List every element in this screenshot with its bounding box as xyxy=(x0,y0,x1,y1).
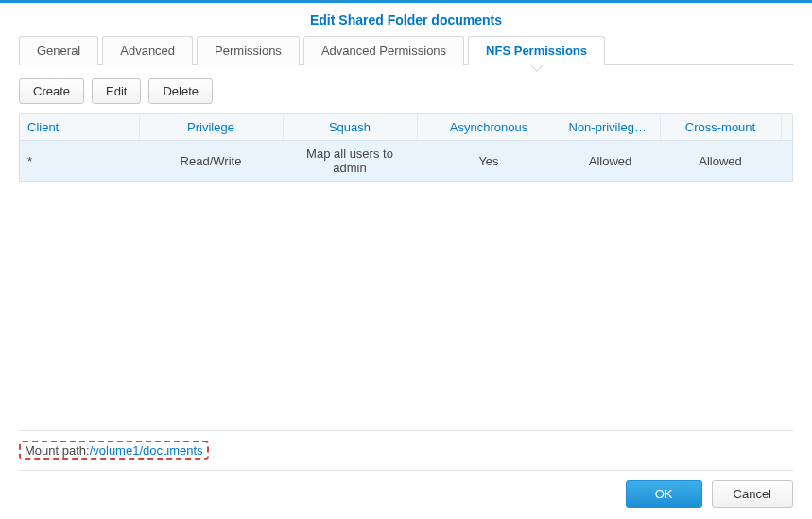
edit-button[interactable]: Edit xyxy=(92,78,141,104)
header-spacer xyxy=(781,114,792,141)
cell-privilege: Read/Write xyxy=(139,141,283,182)
toolbar: Create Edit Delete xyxy=(19,65,793,113)
mount-path-row: Mount path:/volume1/documents xyxy=(19,430,793,460)
tab-bar: General Advanced Permissions Advanced Pe… xyxy=(19,35,793,65)
table-row[interactable]: * Read/Write Map all users to admin Yes … xyxy=(20,141,792,182)
header-squash[interactable]: Squash xyxy=(283,114,417,141)
header-non-privileged[interactable]: Non-privileged … xyxy=(561,114,660,141)
mount-path-highlight: Mount path:/volume1/documents xyxy=(19,441,209,460)
mount-path-label: Mount path: xyxy=(25,443,90,458)
header-client[interactable]: Client xyxy=(20,114,139,141)
table-header-row: Client Privilege Squash Asynchronous Non… xyxy=(20,114,792,141)
tab-advanced[interactable]: Advanced xyxy=(102,36,193,65)
delete-button[interactable]: Delete xyxy=(148,78,213,104)
cell-squash: Map all users to admin xyxy=(283,141,417,182)
header-asynchronous[interactable]: Asynchronous xyxy=(417,114,561,141)
tab-nfs-permissions[interactable]: NFS Permissions xyxy=(468,36,605,65)
cell-non-privileged: Allowed xyxy=(561,141,660,182)
mount-path-value: /volume1/documents xyxy=(90,443,203,458)
header-privilege[interactable]: Privilege xyxy=(139,114,283,141)
dialog-title: Edit Shared Folder documents xyxy=(0,3,812,35)
tab-advanced-permissions[interactable]: Advanced Permissions xyxy=(303,36,464,65)
dialog-footer: OK Cancel xyxy=(19,470,793,508)
cell-spacer xyxy=(781,141,792,182)
cell-client: * xyxy=(20,141,139,182)
cell-asynchronous: Yes xyxy=(417,141,561,182)
tab-general[interactable]: General xyxy=(19,36,98,65)
create-button[interactable]: Create xyxy=(19,78,84,104)
ok-button[interactable]: OK xyxy=(626,480,702,508)
tab-permissions[interactable]: Permissions xyxy=(197,36,300,65)
cancel-button[interactable]: Cancel xyxy=(712,480,793,508)
nfs-rules-table: Client Privilege Squash Asynchronous Non… xyxy=(19,113,793,182)
header-cross-mount[interactable]: Cross-mount xyxy=(660,114,781,141)
cell-cross-mount: Allowed xyxy=(660,141,781,182)
